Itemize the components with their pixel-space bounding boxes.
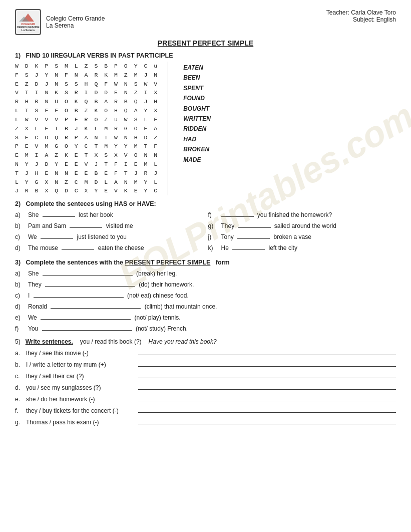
grid-row: J R B X Q D C X Y E V K E Y C [15, 186, 159, 195]
grid-row: Z X L E I B J K L M R G O E A [15, 124, 159, 133]
section2-item: b) Pam and Sam visited me [15, 221, 203, 229]
grid-row: T J H E N N E E B E F T J R J [15, 169, 159, 178]
grid-row: E M I A Z K E T X S X V O N N [15, 151, 159, 160]
answer-line[interactable] [138, 417, 396, 424]
section3-item: e) We (not/ play) tennis. [15, 313, 396, 321]
fill-blank[interactable] [41, 313, 131, 320]
fill-blank[interactable] [232, 243, 265, 250]
header-left: COLEGIO CERRO GRANDE La Serena Colegio C… [15, 9, 105, 35]
fill-blank[interactable] [42, 324, 132, 331]
fill-blank[interactable] [51, 302, 141, 309]
word-list-item: WRITTEN [183, 114, 211, 124]
word-list: EATENBEENSPENTFOUNDBOUGHTWRITTENRIDDENHA… [183, 62, 211, 195]
answer-line[interactable] [138, 348, 396, 355]
answer-line[interactable] [138, 360, 396, 367]
grid-row: L T S F F O B Z K O H Q A Y X [15, 106, 159, 115]
section3-item: a) She (break) her leg. [15, 269, 396, 277]
word-list-item: HAD [183, 134, 211, 144]
page-title: PRESENT PERFECT SIMPLE [15, 39, 396, 47]
section1: 1) FIND 10 IIREGULAR VERBS IN PAST PARTI… [15, 52, 396, 195]
section2-item: d) The mouse eaten the cheese [15, 243, 203, 251]
subject-label: Subject: English [326, 16, 396, 23]
word-list-item: FOUND [183, 93, 211, 103]
fill-blank[interactable] [62, 243, 94, 250]
word-list-item: SPENT [183, 83, 211, 93]
fill-blank[interactable] [221, 210, 254, 217]
grid-row: L Y G X N Z C M D L A N M Y L [15, 178, 159, 187]
fill-blank[interactable] [43, 210, 75, 217]
section2-columns: a) She lost her bookb) Pam and Sam visit… [15, 210, 396, 254]
fill-blank[interactable] [41, 232, 73, 239]
section3-item: f) You (not/ study) French. [15, 324, 396, 332]
section5-example-answer: Have you read this book? [149, 338, 217, 345]
word-search-area: W D K P S M L Z S B P O Y C uF S J Y N F… [15, 62, 396, 195]
section5-number: 5) Write sentences. [15, 338, 73, 345]
header: COLEGIO CERRO GRANDE La Serena Colegio C… [15, 9, 396, 35]
word-grid: W D K P S M L Z S B P O Y C uF S J Y N F… [15, 62, 168, 195]
section2-title: 2) Complete the senteces using HAS or HA… [15, 200, 396, 207]
fill-blank[interactable] [237, 232, 270, 239]
section5-item: b. I / write a letter to my mum (+) [15, 360, 396, 368]
section5-item: a. they / see this movie (-) [15, 348, 396, 357]
teacher-label: Teacher: Carla Olave Toro [326, 9, 396, 16]
section2-item: g) They sailed around the world [208, 221, 396, 229]
word-list-item: BROKEN [183, 144, 211, 154]
grid-row: L W V V V P F R O Z u W S L F [15, 115, 159, 124]
section2-item: j) Tony broken a vase [208, 232, 396, 240]
section2-col-right: f) you finished the homework?g) They sai… [208, 210, 396, 254]
section2-item: k) He left the city [208, 243, 396, 251]
section3-item: b) They (do) their homework. [15, 280, 396, 288]
section5-item: f. they / buy tickets for the concert (-… [15, 406, 396, 414]
section3-item: c) I (not/ eat) chinese food. [15, 291, 396, 299]
section5-item: e. she / do her homework (-) [15, 394, 396, 403]
school-name: Colegio Cerro Grande [46, 15, 105, 22]
answer-line[interactable] [138, 383, 396, 390]
grid-row: E Z D J N S S H Q F W N S W V [15, 80, 159, 89]
section2: 2) Complete the senteces using HAS or HA… [15, 200, 396, 254]
word-list-item: BOUGHT [183, 104, 211, 114]
section5-item: g. Thomas / pass his exam (-) [15, 417, 396, 426]
grid-row: P E V M G O Y C T M Y Y M T F [15, 142, 159, 151]
fill-blank[interactable] [70, 221, 102, 228]
section2-item: a) She lost her book [15, 210, 203, 218]
section5-item: d. you / see my sunglasses (?) [15, 383, 396, 391]
answer-line[interactable] [138, 394, 396, 401]
fill-blank[interactable] [43, 269, 133, 276]
fill-blank[interactable] [45, 280, 135, 287]
grid-row: W D K P S M L Z S B P O Y C u [15, 62, 159, 71]
grid-row: R H R N U O K Q B A R B Q J H [15, 97, 159, 106]
section2-item: c) We just listened to you [15, 232, 203, 240]
answer-line[interactable] [138, 371, 396, 378]
word-list-item: MADE [183, 155, 211, 165]
section5-items: a. they / see this movie (-) b. I / writ… [15, 348, 396, 426]
word-list-item: RIDDEN [183, 124, 211, 134]
section5-item: c. they / sell their car (?) [15, 371, 396, 380]
grid-row: V T I N K S R I D D E N Z I X [15, 88, 159, 97]
grid-row: N Y J D Y E E V J T F I E M L [15, 160, 159, 169]
school-city: La Serena [46, 22, 105, 29]
fill-blank[interactable] [238, 221, 271, 228]
school-info: Colegio Cerro Grande La Serena [46, 15, 105, 29]
fill-blank[interactable] [34, 291, 124, 298]
section5-example-prompt: you / read this book (?) [80, 338, 142, 345]
section2-col-left: a) She lost her bookb) Pam and Sam visit… [15, 210, 203, 254]
section5: 5) Write sentences. you / read this book… [15, 338, 396, 426]
section5-header: 5) Write sentences. you / read this book… [15, 338, 396, 345]
section3-title: 3) Complete the sentences with the PRESE… [15, 259, 396, 266]
grid-row: S E C O Q R P A N I W N H D Z [15, 133, 159, 142]
section1-title: 1) FIND 10 IIREGULAR VERBS IN PAST PARTI… [15, 52, 396, 59]
section3: 3) Complete the sentences with the PRESE… [15, 259, 396, 332]
header-right: Teacher: Carla Olave Toro Subject: Engli… [326, 9, 396, 23]
grid-row: F S J Y N F N A R K M Z M J N [15, 71, 159, 80]
section2-item: f) you finished the homework? [208, 210, 396, 218]
answer-line[interactable] [138, 406, 396, 413]
section3-items: a) She (break) her leg.b) They (do) thei… [15, 269, 396, 332]
word-list-item: EATEN [183, 63, 211, 73]
word-list-item: BEEN [183, 73, 211, 83]
section3-item: d) Ronald (climb) that mountain once. [15, 302, 396, 310]
school-logo: COLEGIO CERRO GRANDE La Serena [15, 9, 41, 35]
